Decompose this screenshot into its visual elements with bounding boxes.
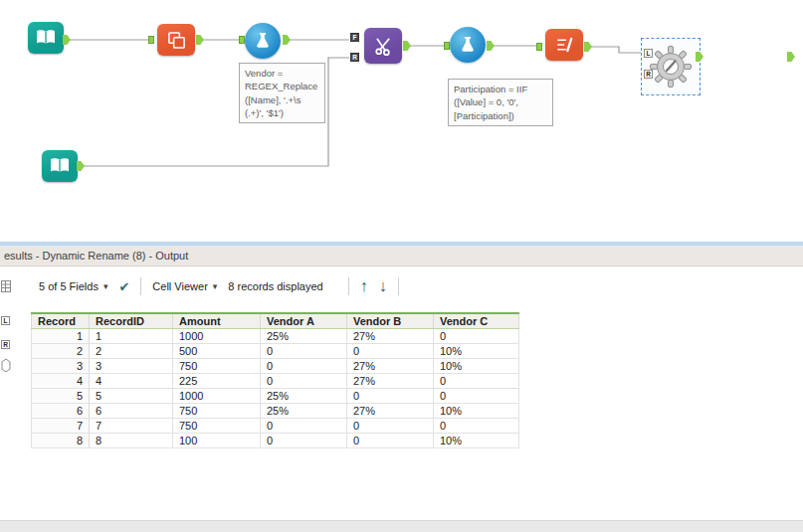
macro-tool[interactable] <box>649 44 693 89</box>
record-id-tool[interactable] <box>157 24 195 56</box>
table-row[interactable]: 881000010% <box>32 434 519 448</box>
table-cell[interactable]: 4 <box>32 374 90 389</box>
flask-icon <box>254 32 272 50</box>
table-cell[interactable]: 0 <box>261 374 347 389</box>
table-cell[interactable]: 27% <box>347 404 434 419</box>
toolbar-separator <box>348 277 349 295</box>
table-cell[interactable]: 100 <box>173 434 261 448</box>
tool-annotation[interactable]: Vendor = REGEX_Replace ([Name], '.+\s (.… <box>239 63 325 123</box>
f-input-anchor[interactable]: F <box>350 33 359 42</box>
right-input-tab[interactable]: R <box>1 340 10 349</box>
table-cell[interactable]: 0 <box>434 419 519 434</box>
table-cell[interactable]: 7 <box>90 419 173 434</box>
rename-list-icon <box>555 36 574 55</box>
table-cell[interactable]: 750 <box>173 359 261 374</box>
table-cell[interactable]: 8 <box>90 434 173 448</box>
table-cell[interactable]: 0 <box>347 389 434 404</box>
table-cell[interactable]: 10% <box>434 344 519 359</box>
column-header[interactable]: Amount <box>173 313 261 329</box>
table-cell[interactable]: 500 <box>173 344 261 359</box>
table-cell[interactable]: 10% <box>434 359 519 374</box>
table-row[interactable]: 44225027%0 <box>32 374 519 389</box>
workflow-canvas[interactable]: F R <box>0 0 803 242</box>
table-cell[interactable]: 1 <box>90 329 173 344</box>
table-row[interactable]: 33750027%10% <box>32 359 519 374</box>
data-grid-icon[interactable] <box>1 280 11 292</box>
table-cell[interactable]: 0 <box>434 389 519 404</box>
table-cell[interactable]: 5 <box>90 389 173 404</box>
column-header[interactable]: Vendor A <box>261 313 347 329</box>
table-cell[interactable]: 27% <box>347 359 434 374</box>
left-input-tab[interactable]: L <box>1 316 10 325</box>
table-row[interactable]: 77750000 <box>32 419 519 434</box>
up-arrow-button[interactable]: ↑ <box>360 278 368 294</box>
table-cell[interactable]: 5 <box>32 389 90 404</box>
l-input-anchor[interactable]: L <box>644 49 653 58</box>
formula-tool[interactable] <box>450 27 486 63</box>
table-row[interactable]: 6675025%27%10% <box>32 404 519 419</box>
results-table[interactable]: RecordRecordIDAmountVendor AVendor BVend… <box>31 312 519 448</box>
table-cell[interactable]: 3 <box>90 359 173 374</box>
table-cell[interactable]: 2 <box>32 344 90 359</box>
input-anchor-icon[interactable] <box>536 43 542 51</box>
input-anchor-icon[interactable] <box>444 42 450 50</box>
table-cell[interactable]: 750 <box>173 419 261 434</box>
table-cell[interactable]: 1000 <box>173 389 261 404</box>
table-cell[interactable]: 8 <box>32 434 90 448</box>
fields-dropdown[interactable]: 5 of 5 Fields ▾ <box>39 280 107 292</box>
table-cell[interactable]: 6 <box>32 404 90 419</box>
table-cell[interactable]: 1000 <box>173 329 261 344</box>
r-input-anchor[interactable]: R <box>644 70 653 79</box>
column-header[interactable]: Vendor B <box>347 313 434 329</box>
table-cell[interactable]: 6 <box>90 404 173 419</box>
table-cell[interactable]: 0 <box>347 434 434 448</box>
column-header[interactable]: Vendor C <box>434 313 519 329</box>
table-row[interactable]: 11100025%27%0 <box>32 329 519 344</box>
table-cell[interactable]: 25% <box>261 329 347 344</box>
dynamic-rename-tool[interactable] <box>545 29 583 61</box>
table-cell[interactable]: 750 <box>173 404 261 419</box>
table-cell[interactable]: 1 <box>32 329 90 344</box>
table-copy-icon <box>167 31 186 50</box>
table-cell[interactable]: 0 <box>434 374 519 389</box>
cell-viewer-dropdown[interactable]: Cell Viewer ▾ <box>152 280 217 292</box>
table-cell[interactable]: 7 <box>32 419 90 434</box>
table-cell[interactable]: 0 <box>434 329 519 344</box>
table-cell[interactable]: 4 <box>90 374 173 389</box>
table-cell[interactable]: 25% <box>261 404 347 419</box>
table-cell[interactable]: 0 <box>261 344 347 359</box>
results-panel: L R 5 of 5 Fields ▾ ✔ Cell Viewer ▾ 8 re… <box>0 266 803 532</box>
gear-icon <box>649 44 693 89</box>
input-anchor-icon[interactable] <box>239 36 245 44</box>
results-toolbar: 5 of 5 Fields ▾ ✔ Cell Viewer ▾ 8 record… <box>13 266 803 296</box>
checkmark-icon[interactable]: ✔ <box>118 279 129 294</box>
table-cell[interactable]: 225 <box>173 374 261 389</box>
column-header[interactable]: RecordID <box>90 313 173 329</box>
connection-wire[interactable] <box>587 47 641 53</box>
table-cell[interactable]: 0 <box>261 359 347 374</box>
input-anchor-icon[interactable] <box>148 36 154 44</box>
input-data-tool[interactable] <box>28 22 64 54</box>
r-input-anchor[interactable]: R <box>350 53 359 62</box>
output-tab-icon[interactable] <box>1 358 11 373</box>
table-cell[interactable]: 10% <box>434 404 519 419</box>
column-header[interactable]: Record <box>32 313 90 329</box>
input-data-tool[interactable] <box>42 150 78 182</box>
table-cell[interactable]: 0 <box>347 344 434 359</box>
formula-tool[interactable] <box>245 23 281 59</box>
table-cell[interactable]: 0 <box>261 434 347 448</box>
table-cell[interactable]: 0 <box>261 419 347 434</box>
find-replace-tool[interactable] <box>364 28 402 64</box>
table-cell[interactable]: 3 <box>32 359 90 374</box>
table-cell[interactable]: 27% <box>347 374 434 389</box>
table-cell[interactable]: 2 <box>90 344 173 359</box>
down-arrow-button[interactable]: ↓ <box>379 278 387 294</box>
table-cell[interactable]: 27% <box>347 329 434 344</box>
table-cell[interactable]: 25% <box>261 389 347 404</box>
results-main: 5 of 5 Fields ▾ ✔ Cell Viewer ▾ 8 record… <box>13 266 803 532</box>
tool-annotation[interactable]: Participation = IIF ([Value] = 0, '0', [… <box>448 79 553 126</box>
table-cell[interactable]: 0 <box>347 419 434 434</box>
table-cell[interactable]: 10% <box>434 434 519 448</box>
table-row[interactable]: 55100025%00 <box>32 389 519 404</box>
table-row[interactable]: 225000010% <box>32 344 519 359</box>
